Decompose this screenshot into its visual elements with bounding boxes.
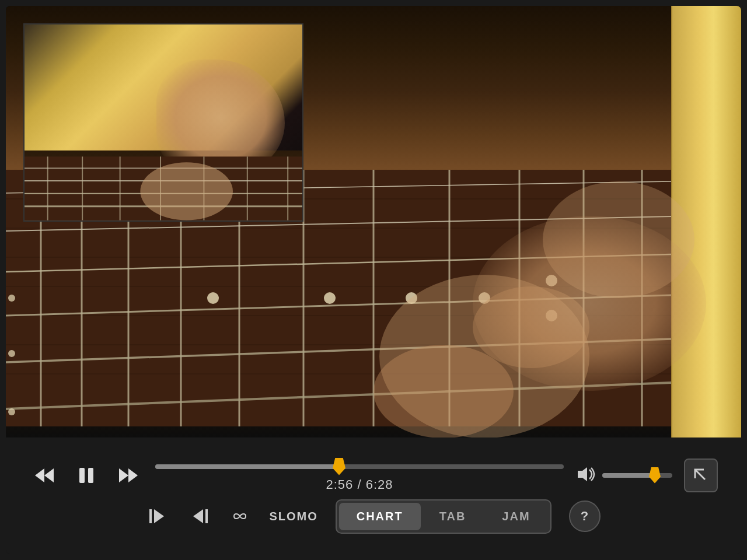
svg-marker-61 xyxy=(154,509,164,523)
rewind-button[interactable] xyxy=(29,460,60,491)
inset-video xyxy=(23,23,303,222)
mode-tab-button[interactable]: TAB xyxy=(422,503,484,530)
inset-video-content xyxy=(25,24,302,220)
svg-marker-56 xyxy=(128,468,138,482)
svg-point-31 xyxy=(8,295,15,302)
controls-bar: 2:56 / 6:28 xyxy=(6,438,741,554)
time-display: 2:56 / 6:28 xyxy=(326,477,393,492)
volume-area xyxy=(575,464,672,487)
skip-start-button[interactable] xyxy=(146,505,170,528)
svg-point-26 xyxy=(324,292,336,304)
volume-filled xyxy=(602,473,652,478)
mode-chart-button[interactable]: CHART xyxy=(339,503,421,530)
svg-point-25 xyxy=(207,292,219,304)
volume-thumb[interactable] xyxy=(649,467,661,484)
seek-filled xyxy=(155,464,339,469)
fast-forward-button[interactable] xyxy=(113,460,144,491)
seek-thumb[interactable] xyxy=(333,458,345,475)
svg-point-35 xyxy=(374,345,514,438)
skip-end-button[interactable] xyxy=(187,505,211,528)
svg-rect-54 xyxy=(88,468,93,483)
seek-track[interactable] xyxy=(155,464,564,469)
hand-overlay xyxy=(473,216,706,391)
svg-rect-60 xyxy=(149,509,152,523)
svg-marker-52 xyxy=(44,468,54,482)
app-container: 2:56 / 6:28 xyxy=(6,6,741,554)
svg-rect-62 xyxy=(205,509,208,523)
seek-bar-wrap[interactable] xyxy=(155,459,564,475)
inset-fret-svg xyxy=(25,150,302,220)
mode-jam-button[interactable]: JAM xyxy=(484,503,547,530)
help-button[interactable]: ? xyxy=(569,501,601,532)
svg-line-59 xyxy=(695,470,705,480)
svg-rect-53 xyxy=(79,468,85,483)
volume-icon xyxy=(575,464,596,487)
volume-track[interactable] xyxy=(602,473,672,478)
svg-marker-55 xyxy=(119,468,128,482)
seek-container: 2:56 / 6:28 xyxy=(155,459,564,492)
pause-button[interactable] xyxy=(71,460,102,491)
svg-marker-63 xyxy=(193,509,203,523)
loop-button[interactable] xyxy=(228,505,252,528)
svg-point-32 xyxy=(8,350,15,357)
controls-top-row: 2:56 / 6:28 xyxy=(29,459,718,492)
return-button[interactable] xyxy=(684,459,718,492)
slomo-button[interactable]: SLOMO xyxy=(269,510,317,523)
svg-point-50 xyxy=(140,162,233,220)
mode-selector: CHART TAB JAM xyxy=(336,499,551,534)
svg-marker-51 xyxy=(35,468,44,482)
controls-bottom-row: SLOMO CHART TAB JAM ? xyxy=(29,499,718,534)
svg-marker-57 xyxy=(578,467,587,481)
video-area xyxy=(6,6,741,438)
svg-point-33 xyxy=(8,408,15,415)
